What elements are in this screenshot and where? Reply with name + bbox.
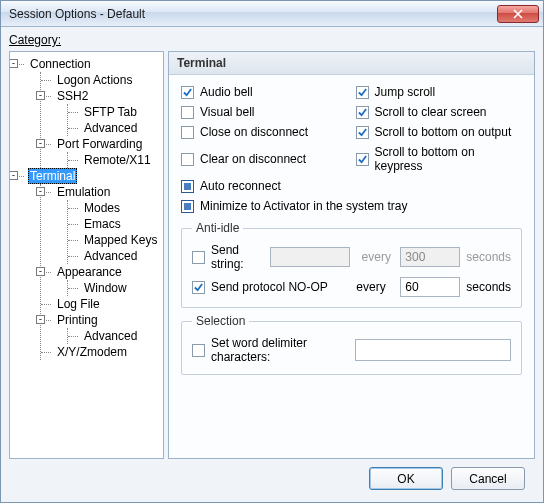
word-delimiter-input[interactable] — [355, 339, 511, 361]
content-panel: Terminal Audio bell Jump scroll Visual b… — [168, 51, 535, 459]
checkbox-icon[interactable] — [181, 126, 194, 139]
checkbox-icon[interactable] — [181, 153, 194, 166]
titlebar: Session Options - Default — [1, 1, 543, 27]
close-button[interactable] — [497, 5, 539, 23]
tree-log-file[interactable]: Log File — [41, 296, 163, 312]
selection-legend: Selection — [192, 314, 249, 328]
tree-ssh2-advanced[interactable]: Advanced — [68, 120, 163, 136]
checkbox-icon[interactable] — [356, 86, 369, 99]
tree-printing[interactable]: - Printing Advanced — [41, 312, 163, 344]
selection-group: Selection Set word delimiter characters: — [181, 314, 522, 375]
collapse-icon[interactable]: - — [36, 267, 45, 276]
checkbox-icon[interactable] — [181, 180, 194, 193]
collapse-icon[interactable]: - — [9, 171, 18, 180]
chk-word-delimiter[interactable]: Set word delimiter characters: — [192, 336, 349, 364]
tree-emulation-advanced[interactable]: Advanced — [68, 248, 163, 264]
chk-audio-bell[interactable]: Audio bell — [181, 85, 348, 99]
dialog-window: Session Options - Default Category: - Co… — [0, 0, 544, 503]
tree-modes[interactable]: Modes — [68, 200, 163, 216]
checkbox-icon[interactable] — [181, 200, 194, 213]
chk-scroll-output[interactable]: Scroll to bottom on output — [356, 125, 523, 139]
checkbox-icon[interactable] — [192, 281, 205, 294]
checkbox-icon[interactable] — [192, 344, 205, 357]
checkbox-icon[interactable] — [181, 106, 194, 119]
anti-idle-group: Anti-idle Send string: every seconds Sen… — [181, 221, 522, 308]
chk-send-noop[interactable]: Send protocol NO-OP — [192, 280, 328, 294]
every-label: every — [356, 280, 394, 294]
category-tree[interactable]: - Connection Logon Actions - SSH2 SFTP T… — [9, 51, 164, 459]
chk-auto-reconnect[interactable]: Auto reconnect — [181, 179, 348, 193]
every-label: every — [362, 250, 395, 264]
dialog-footer: OK Cancel — [9, 459, 535, 498]
chk-clear-disconnect[interactable]: Clear on disconnect — [181, 145, 348, 173]
tree-terminal[interactable]: - Terminal - Emulation Modes Emacs Mappe… — [14, 168, 163, 360]
tree-ssh2[interactable]: - SSH2 SFTP Tab Advanced — [41, 88, 163, 136]
anti-idle-legend: Anti-idle — [192, 221, 243, 235]
collapse-icon[interactable]: - — [9, 59, 18, 68]
checkbox-icon[interactable] — [356, 153, 369, 166]
checkbox-icon[interactable] — [192, 251, 205, 264]
collapse-icon[interactable]: - — [36, 139, 45, 148]
chk-send-string[interactable]: Send string: — [192, 243, 264, 271]
tree-sftp-tab[interactable]: SFTP Tab — [68, 104, 163, 120]
tree-emulation[interactable]: - Emulation Modes Emacs Mapped Keys Adva… — [41, 184, 163, 264]
chk-scroll-keypress[interactable]: Scroll to bottom on keypress — [356, 145, 523, 173]
tree-port-forwarding[interactable]: - Port Forwarding Remote/X11 — [41, 136, 163, 168]
send-string-input[interactable] — [270, 247, 350, 267]
category-label: Category: — [9, 33, 535, 47]
window-title: Session Options - Default — [9, 7, 497, 21]
tree-appearance[interactable]: - Appearance Window — [41, 264, 163, 296]
tree-logon-actions[interactable]: Logon Actions — [41, 72, 163, 88]
chk-scroll-clear[interactable]: Scroll to clear screen — [356, 105, 523, 119]
seconds-label: seconds — [466, 250, 511, 264]
tree-printing-advanced[interactable]: Advanced — [68, 328, 163, 344]
chk-jump-scroll[interactable]: Jump scroll — [356, 85, 523, 99]
cancel-button[interactable]: Cancel — [451, 467, 525, 490]
checkbox-icon[interactable] — [356, 106, 369, 119]
seconds-label: seconds — [466, 280, 511, 294]
checkbox-icon[interactable] — [356, 126, 369, 139]
tree-window[interactable]: Window — [68, 280, 163, 296]
panel-header: Terminal — [169, 52, 534, 75]
tree-xyzmodem[interactable]: X/Y/Zmodem — [41, 344, 163, 360]
close-icon — [513, 9, 523, 19]
collapse-icon[interactable]: - — [36, 91, 45, 100]
noop-interval[interactable] — [400, 277, 460, 297]
ok-button[interactable]: OK — [369, 467, 443, 490]
chk-close-disconnect[interactable]: Close on disconnect — [181, 125, 348, 139]
collapse-icon[interactable]: - — [36, 315, 45, 324]
send-string-interval[interactable] — [400, 247, 460, 267]
tree-remote-x11[interactable]: Remote/X11 — [68, 152, 163, 168]
chk-minimize-tray[interactable]: Minimize to Activator in the system tray — [181, 199, 522, 213]
checkbox-icon[interactable] — [181, 86, 194, 99]
tree-mapped-keys[interactable]: Mapped Keys — [68, 232, 163, 248]
tree-connection[interactable]: - Connection Logon Actions - SSH2 SFTP T… — [14, 56, 163, 168]
collapse-icon[interactable]: - — [36, 187, 45, 196]
tree-emacs[interactable]: Emacs — [68, 216, 163, 232]
chk-visual-bell[interactable]: Visual bell — [181, 105, 348, 119]
